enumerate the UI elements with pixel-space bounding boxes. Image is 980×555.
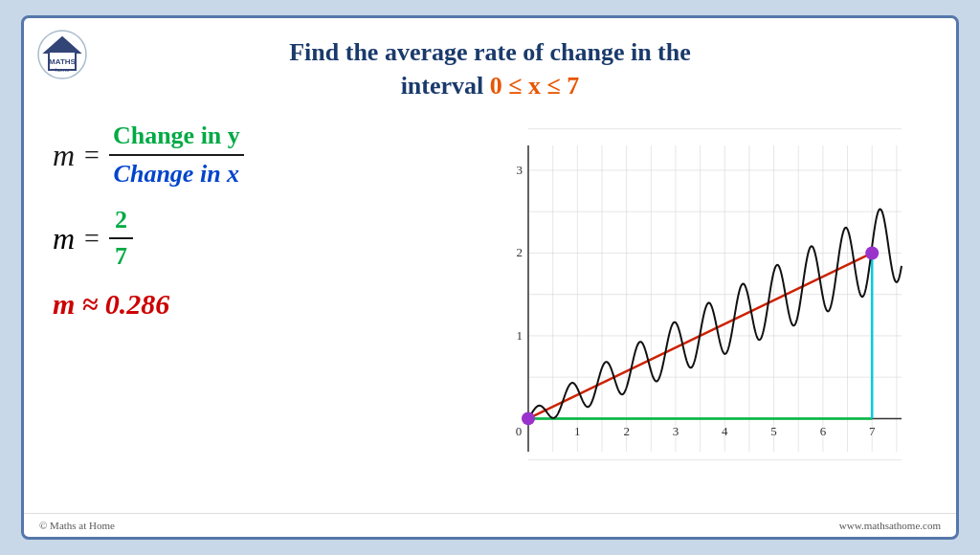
left-panel: m = Change in y Change in x m = 2 7 m ≈ … — [53, 112, 455, 503]
title-line1: Find the average rate of change in the — [289, 38, 691, 66]
page-title: Find the average rate of change in the i… — [24, 18, 956, 112]
formula1-fraction: Change in y Change in x — [109, 122, 244, 189]
interval-prefix: interval — [401, 72, 490, 100]
formula1-equals: = — [84, 140, 100, 170]
formula2-fraction: 2 7 — [109, 206, 133, 271]
formula1-m: m — [53, 138, 75, 173]
formula2-equals: = — [84, 223, 100, 254]
graph-container — [480, 126, 921, 490]
formula2-den: 7 — [109, 239, 133, 271]
result-text: m ≈ 0.286 — [53, 288, 169, 320]
footer-right: www.mathsathome.com — [839, 520, 941, 531]
result-block: m ≈ 0.286 — [53, 288, 455, 321]
formula1-numerator: Change in y — [109, 122, 244, 156]
formula1-block: m = Change in y Change in x — [53, 122, 455, 189]
footer-left: © Maths at Home — [39, 520, 115, 531]
title-line2: interval 0 ≤ x ≤ 7 — [43, 69, 937, 102]
formula1-denominator: Change in x — [110, 156, 244, 189]
logo: MATHS home — [37, 30, 87, 79]
formula2-num: 2 — [109, 206, 133, 239]
svg-text:MATHS: MATHS — [49, 57, 77, 66]
right-panel — [455, 112, 937, 503]
formula2-block: m = 2 7 — [53, 206, 455, 271]
formula2-m: m — [53, 221, 75, 256]
interval-math: 0 ≤ x ≤ 7 — [490, 72, 580, 100]
svg-text:home: home — [55, 67, 70, 73]
graph-canvas — [480, 126, 921, 490]
footer: © Maths at Home www.mathsathome.com — [24, 513, 956, 537]
